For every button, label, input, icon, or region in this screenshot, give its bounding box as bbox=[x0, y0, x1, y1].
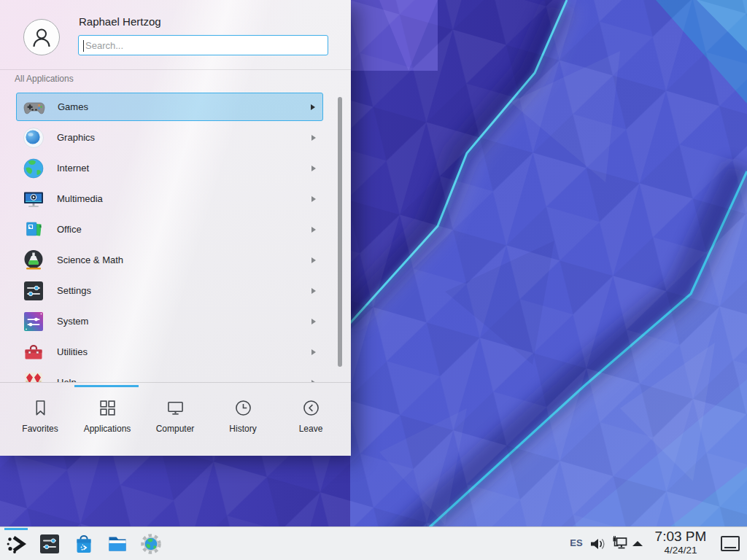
category-row-office[interactable]: Office bbox=[16, 215, 323, 244]
computer-icon bbox=[166, 399, 185, 417]
settings-icon bbox=[22, 279, 45, 303]
submenu-arrow-icon bbox=[311, 196, 316, 202]
tab-computer[interactable]: Computer bbox=[144, 394, 206, 450]
application-launcher-button[interactable] bbox=[5, 533, 27, 555]
category-label: Science & Math bbox=[57, 254, 311, 265]
clock-time: 7:03 PM bbox=[646, 529, 715, 543]
tab-label: History bbox=[229, 424, 256, 434]
category-label: Graphics bbox=[57, 132, 311, 143]
category-row-utilities[interactable]: Utilities bbox=[16, 338, 323, 366]
tab-history[interactable]: History bbox=[212, 394, 274, 450]
tab-favorites[interactable]: Favorites bbox=[9, 394, 71, 450]
history-icon bbox=[234, 399, 252, 417]
file-manager-button[interactable] bbox=[107, 533, 128, 555]
clock-date: 4/24/21 bbox=[646, 545, 715, 556]
show-desktop-button[interactable] bbox=[721, 536, 740, 551]
category-row-graphics[interactable]: Graphics bbox=[16, 123, 323, 152]
submenu-arrow-icon bbox=[311, 319, 316, 324]
applications-icon bbox=[98, 399, 117, 417]
category-label: Multimedia bbox=[57, 193, 311, 204]
keyboard-layout-indicator[interactable]: ES bbox=[567, 537, 586, 548]
search-input[interactable] bbox=[79, 36, 328, 55]
science-icon bbox=[22, 249, 45, 272]
submenu-arrow-icon bbox=[311, 227, 316, 233]
user-name: Raphael Hertzog bbox=[79, 15, 161, 28]
category-row-science[interactable]: Science & Math bbox=[16, 246, 323, 274]
launcher-active-indicator bbox=[4, 528, 28, 530]
network-icon[interactable] bbox=[611, 535, 629, 553]
category-row-games[interactable]: Games bbox=[16, 93, 323, 121]
discover-button[interactable] bbox=[73, 533, 95, 555]
tab-label: Favorites bbox=[22, 424, 58, 434]
category-label: Help bbox=[57, 377, 311, 382]
favorites-icon bbox=[31, 399, 50, 417]
tab-applications[interactable]: Applications bbox=[77, 394, 138, 450]
category-label: Utilities bbox=[57, 346, 311, 357]
leave-icon bbox=[302, 399, 320, 417]
multimedia-icon bbox=[22, 187, 45, 211]
application-launcher-menu: Raphael Hertzog All Applications Game bbox=[0, 0, 351, 456]
list-scrollbar[interactable] bbox=[338, 97, 342, 367]
category-row-system[interactable]: System bbox=[16, 307, 323, 335]
tab-leave[interactable]: Leave bbox=[280, 394, 341, 450]
search-field[interactable] bbox=[78, 35, 328, 55]
submenu-arrow-icon bbox=[311, 257, 316, 263]
category-row-settings[interactable]: Settings bbox=[16, 276, 323, 305]
games-icon bbox=[23, 96, 46, 119]
user-avatar[interactable] bbox=[23, 19, 60, 55]
show-desktop-icon bbox=[724, 547, 736, 548]
category-row-help[interactable]: Help bbox=[16, 368, 323, 382]
system-settings-button[interactable] bbox=[39, 533, 61, 555]
category-label: Internet bbox=[57, 163, 311, 174]
submenu-arrow-icon bbox=[311, 135, 316, 141]
digital-clock[interactable]: 7:03 PM 4/24/21 bbox=[646, 529, 715, 556]
volume-icon[interactable] bbox=[588, 535, 607, 553]
footer-separator bbox=[0, 382, 351, 383]
category-label: Office bbox=[57, 224, 311, 235]
category-label: Games bbox=[58, 101, 311, 112]
category-row-multimedia[interactable]: Multimedia bbox=[16, 184, 323, 213]
category-label: System bbox=[57, 316, 311, 327]
launcher-footer-tabs: Favorites Applications Computer bbox=[0, 389, 351, 456]
system-icon bbox=[22, 310, 45, 333]
user-icon bbox=[29, 25, 54, 50]
submenu-arrow-icon bbox=[311, 288, 316, 294]
taskbar-panel: ES 7:03 PM 4/24/21 bbox=[0, 526, 747, 560]
tab-label: Computer bbox=[156, 424, 195, 434]
section-label: All Applications bbox=[15, 74, 74, 84]
submenu-arrow-icon bbox=[311, 104, 315, 110]
utilities-icon bbox=[22, 341, 45, 364]
internet-icon bbox=[22, 157, 45, 180]
active-tab-indicator bbox=[74, 385, 139, 387]
tab-label: Leave bbox=[299, 424, 323, 434]
category-row-internet[interactable]: Internet bbox=[16, 154, 323, 182]
desktop: Raphael Hertzog All Applications Game bbox=[0, 0, 747, 560]
application-category-list: Games Graphics Internet bbox=[0, 93, 351, 382]
tab-label: Applications bbox=[84, 424, 131, 434]
submenu-arrow-icon bbox=[311, 166, 316, 171]
submenu-arrow-icon bbox=[311, 349, 316, 355]
help-icon bbox=[22, 371, 45, 383]
office-icon bbox=[22, 218, 45, 241]
category-label: Settings bbox=[57, 285, 311, 296]
expand-tray-icon[interactable] bbox=[632, 540, 643, 547]
graphics-icon bbox=[22, 126, 45, 149]
header-separator bbox=[0, 69, 351, 70]
web-browser-button[interactable] bbox=[140, 533, 162, 555]
